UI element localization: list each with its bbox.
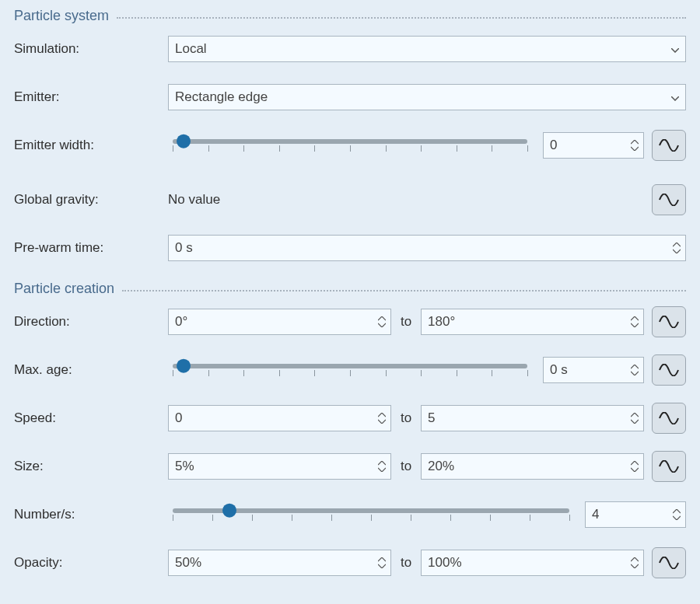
max-age-value: 0 s	[544, 358, 629, 382]
label-direction: Direction:	[14, 314, 168, 330]
direction-to-input[interactable]: 180°	[421, 309, 644, 335]
slider-thumb[interactable]	[177, 359, 191, 373]
number-per-s-slider[interactable]	[168, 499, 574, 530]
spinner-arrows[interactable]	[671, 502, 685, 527]
caret-down-icon	[378, 467, 386, 472]
direction-from-value: 0°	[169, 309, 376, 334]
section-title: Particle system	[14, 8, 109, 24]
caret-up-icon	[631, 413, 639, 417]
opacity-from-input[interactable]: 50%	[168, 550, 391, 576]
caret-down-icon	[673, 515, 681, 520]
slider-thumb[interactable]	[177, 134, 191, 148]
caret-up-icon	[631, 140, 639, 145]
section-title: Particle creation	[14, 281, 114, 297]
spinner-arrows[interactable]	[629, 358, 643, 382]
caret-down-icon	[631, 419, 639, 424]
spinner-arrows[interactable]	[629, 133, 643, 158]
prewarm-time-input[interactable]: 0 s	[168, 235, 686, 261]
slider-ticks	[173, 370, 527, 378]
to-label: to	[399, 459, 413, 474]
wave-icon	[659, 557, 679, 569]
section-divider	[122, 290, 686, 292]
label-number-per-s: Number/s:	[14, 507, 168, 522]
speed-from-input[interactable]: 0	[168, 405, 391, 431]
spinner-arrows[interactable]	[629, 550, 643, 575]
to-label: to	[399, 314, 413, 330]
spinner-arrows[interactable]	[376, 309, 390, 334]
spinner-arrows[interactable]	[629, 454, 643, 479]
curve-button[interactable]	[652, 130, 686, 161]
curve-button[interactable]	[652, 547, 686, 578]
slider-ticks	[173, 145, 527, 153]
prewarm-time-value: 0 s	[169, 236, 671, 260]
section-divider	[117, 17, 686, 19]
max-age-slider[interactable]	[168, 354, 532, 386]
caret-down-icon	[631, 146, 639, 151]
direction-to-value: 180°	[422, 309, 629, 334]
emitter-width-value: 0	[544, 133, 629, 158]
emitter-width-input[interactable]: 0	[543, 132, 644, 159]
caret-down-icon	[378, 564, 386, 568]
spinner-arrows[interactable]	[376, 406, 390, 431]
number-per-s-value: 4	[586, 502, 671, 527]
slider-thumb[interactable]	[222, 504, 236, 518]
caret-up-icon	[673, 509, 681, 514]
emitter-select-value: Rectangle edge	[175, 89, 268, 105]
caret-up-icon	[378, 316, 386, 321]
size-from-value: 5%	[169, 454, 376, 479]
caret-up-icon	[378, 557, 386, 562]
opacity-to-value: 100%	[422, 550, 629, 575]
caret-down-icon	[631, 323, 639, 327]
to-label: to	[399, 555, 413, 571]
to-label: to	[399, 410, 413, 426]
curve-button[interactable]	[652, 403, 686, 434]
wave-icon	[659, 139, 679, 152]
emitter-select[interactable]: Rectangle edge	[168, 84, 686, 110]
spinner-arrows[interactable]	[629, 406, 643, 431]
wave-icon	[659, 194, 679, 206]
caret-up-icon	[378, 461, 386, 466]
curve-button[interactable]	[652, 306, 686, 337]
caret-down-icon	[378, 323, 386, 327]
spinner-arrows[interactable]	[671, 236, 685, 260]
size-to-input[interactable]: 20%	[421, 453, 644, 480]
opacity-to-input[interactable]: 100%	[421, 550, 644, 576]
wave-icon	[659, 316, 679, 328]
caret-down-icon	[631, 371, 639, 375]
max-age-input[interactable]: 0 s	[543, 357, 644, 383]
label-emitter-width: Emitter width:	[14, 138, 168, 153]
caret-down-icon	[378, 419, 386, 424]
speed-to-input[interactable]: 5	[421, 405, 644, 431]
speed-from-value: 0	[169, 406, 376, 431]
curve-button[interactable]	[652, 354, 686, 386]
label-emitter: Emitter:	[14, 89, 168, 105]
caret-up-icon	[631, 316, 639, 321]
direction-from-input[interactable]: 0°	[168, 309, 391, 335]
curve-button[interactable]	[652, 184, 686, 215]
spinner-arrows[interactable]	[376, 550, 390, 575]
label-simulation: Simulation:	[14, 41, 168, 57]
spinner-arrows[interactable]	[629, 309, 643, 334]
label-prewarm-time: Pre-warm time:	[14, 240, 168, 256]
label-speed: Speed:	[14, 410, 168, 426]
slider-track	[173, 139, 527, 144]
simulation-select[interactable]: Local	[168, 36, 686, 62]
label-global-gravity: Global gravity:	[14, 192, 168, 208]
curve-button[interactable]	[652, 451, 686, 482]
section-header-particle-system: Particle system	[14, 8, 686, 24]
size-from-input[interactable]: 5%	[168, 453, 391, 480]
caret-up-icon	[673, 243, 681, 247]
slider-track	[173, 364, 527, 368]
size-to-value: 20%	[422, 454, 629, 479]
wave-icon	[659, 412, 679, 424]
opacity-from-value: 50%	[169, 550, 376, 575]
number-per-s-input[interactable]: 4	[585, 501, 686, 528]
caret-up-icon	[631, 557, 639, 562]
global-gravity-value: No value	[168, 192, 644, 208]
caret-down-icon	[673, 249, 681, 253]
speed-to-value: 5	[422, 406, 629, 431]
emitter-width-slider[interactable]	[168, 130, 532, 161]
section-header-particle-creation: Particle creation	[14, 281, 686, 297]
chevron-down-icon	[671, 41, 679, 57]
spinner-arrows[interactable]	[376, 454, 390, 479]
